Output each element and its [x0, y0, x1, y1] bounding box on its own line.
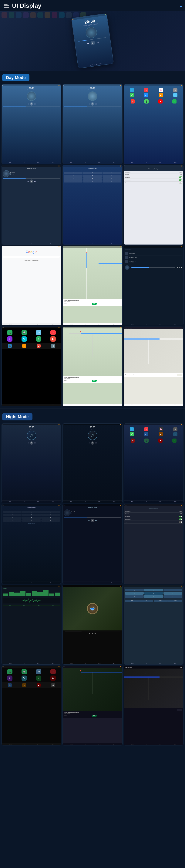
lm-nav-4[interactable]: AUTO — [174, 323, 176, 324]
nav-gps-2[interactable]: GPS — [98, 162, 100, 163]
video-progress[interactable] — [65, 631, 120, 632]
night-app-spotify[interactable]: ♫ — [168, 438, 181, 443]
night-waze-nav[interactable]: 18:55📶🔋 📍 Sunny Coffee Modern Restaurant… — [62, 666, 122, 745]
music-item-1[interactable]: 华乐_终结.mp3 — [125, 251, 182, 255]
night-dial-2[interactable]: 2 — [22, 511, 41, 513]
n-cp-nav-1[interactable]: EMAIL — [9, 744, 11, 745]
tbt-nav-auto[interactable]: AUTO — [174, 404, 176, 406]
tbt-nav-bt[interactable]: BT — [146, 404, 147, 406]
day-map-nav[interactable]: 18:55📶🔋 📍 Sunny Coffee Modern Restaurant… — [62, 246, 122, 326]
n-nav-2-auto[interactable]: AUTO — [113, 501, 115, 502]
nav-btn-zoom-in[interactable]: + — [163, 589, 182, 591]
app-carplay[interactable]: ▶ — [154, 93, 168, 97]
cp-waze[interactable]: W — [18, 336, 31, 342]
google-nav-gps[interactable]: GPS — [37, 323, 39, 324]
day-google-screen[interactable]: 1:54📶🔋 Google Google Search I'm Feeling … — [1, 246, 61, 326]
night-bt-settings[interactable]: 17:44📶🔋 Bluetooth_Settings Device name C… — [124, 504, 184, 584]
n-btns-nav-3[interactable]: GPS — [160, 663, 162, 664]
app-car[interactable]: 🚗 — [126, 99, 139, 103]
nav-gps[interactable]: GPS — [96, 64, 98, 65]
waze-nav-email[interactable]: EMAIL — [70, 404, 73, 406]
app-music[interactable]: ♪ — [139, 88, 153, 92]
night-dial-9[interactable]: 9 — [41, 517, 60, 519]
night-bt-play[interactable]: ⏸ — [91, 519, 94, 522]
app-phone[interactable]: 📱 — [140, 99, 153, 103]
google-search-btn[interactable]: Google Search — [24, 259, 31, 261]
app-photo[interactable]: 🌸 — [154, 88, 168, 92]
eq-preset-4[interactable]: FLAT — [46, 604, 60, 606]
nav-fn-3[interactable]: MENU — [154, 600, 168, 602]
n-tbt-nav-2[interactable]: BT — [146, 744, 147, 745]
day-music-screen-1[interactable]: 20📶🔋 20:08 A soothing piece of music ⏮ ⏸… — [1, 84, 61, 164]
playing-play[interactable]: ⏸ — [179, 267, 180, 268]
n-home-nav-bt[interactable]: BT — [146, 501, 147, 502]
n-nav-2-bt[interactable]: BT — [85, 501, 86, 502]
bt-play-icon[interactable]: ⏸ — [30, 180, 33, 183]
video-prev-btn[interactable]: ⏮ — [89, 633, 90, 634]
cp-nav-2[interactable]: BT — [24, 404, 25, 406]
n-nav-1-email[interactable]: EMAIL — [9, 501, 11, 502]
nav-btn-left[interactable]: ← — [125, 592, 144, 595]
home-nav-gps[interactable]: GPS — [160, 162, 162, 163]
day-bt-call[interactable]: 17:44📶🔋 Bluetooth_Call 1 2 3 4 5 6 7 8 9… — [62, 165, 122, 245]
night-carplay[interactable]: 18:51📶🔋 📞 💬 🗺 ♪ 🎙 W ♫ ▶ 📞 ♪ ▶ ⚙ — [1, 666, 61, 745]
bt-next-icon[interactable]: ⏭ — [34, 180, 36, 182]
n-call-nav-2[interactable]: ♪ — [31, 582, 32, 583]
nav-gps-1[interactable]: GPS — [37, 162, 39, 163]
dial-7[interactable]: 7 — [64, 178, 82, 180]
n-cp-spotify[interactable]: ♫ — [32, 676, 45, 681]
tbt-nav-gps[interactable]: GPS — [160, 404, 162, 406]
night-progress-1[interactable] — [3, 446, 60, 446]
map-nav-gps[interactable]: GPS — [98, 323, 100, 324]
play-icon-2[interactable]: ⏸ — [91, 102, 94, 105]
dial-0[interactable]: 0 — [83, 180, 102, 183]
auto-answer-toggle[interactable] — [179, 177, 182, 178]
n-bt-nav-2[interactable]: ♪ — [92, 582, 93, 583]
n-nav-1-gps[interactable]: GPS — [37, 501, 39, 502]
n-waze-nav-3[interactable]: GPS — [98, 744, 100, 745]
day-local-music[interactable]: 17:44📶🔋 SocialMusic 华乐_终结.mp3 华乐_终结_合.mp… — [124, 246, 184, 326]
eq-nav-2[interactable]: BT — [24, 663, 25, 664]
night-dial-star[interactable]: * — [3, 519, 22, 522]
lm-nav-2[interactable]: BT — [146, 323, 147, 324]
n-cp-dock-3[interactable]: ▶ — [36, 683, 41, 687]
app-yt[interactable]: ▶ — [154, 99, 167, 103]
google-nav-auto[interactable]: AUTO — [52, 323, 54, 324]
dial-star[interactable]: * — [64, 180, 82, 183]
lm-nav-1[interactable]: EMAIL — [131, 323, 133, 324]
night-dial-0[interactable]: 0 — [22, 519, 41, 522]
play-pause-button[interactable]: ⏸ — [90, 40, 95, 45]
night-video[interactable]: 1:54📶🔋 🥣 ⏮ ▶ ⏭ EMAIL — [62, 585, 122, 664]
n-cp-dock-4[interactable]: ⚙ — [51, 683, 55, 687]
n-call-nav-1[interactable]: 📞 — [12, 582, 13, 583]
play-icon-1[interactable]: ⏸ — [30, 102, 33, 105]
app-more[interactable]: … — [168, 93, 182, 97]
google-lucky-btn[interactable]: I'm Feeling Lucky — [31, 259, 39, 261]
next-button[interactable]: ⏭ — [96, 41, 99, 44]
night-next-2[interactable]: ⏭ — [95, 442, 97, 444]
n-cp-music[interactable]: ♪ — [47, 669, 60, 674]
n-cp-waze[interactable]: W — [18, 676, 31, 681]
night-power-toggle[interactable] — [179, 521, 182, 523]
app-spotify[interactable]: ♫ — [168, 99, 181, 103]
nav-btn-zoom-out[interactable]: - — [163, 595, 182, 598]
nav-bt[interactable]: BT — [94, 64, 95, 65]
video-nav-2[interactable]: BT — [85, 663, 86, 664]
nav-auto-2[interactable]: AUTO — [113, 162, 115, 163]
n-home-nav-auto[interactable]: AUTO — [174, 501, 176, 502]
music-item-2[interactable]: 华乐_终结_合.mp3 — [125, 255, 182, 260]
nav-btn-down[interactable]: ▼ — [125, 595, 144, 598]
auto-connect-toggle[interactable] — [179, 179, 182, 181]
call-nav-music[interactable]: ♪ — [92, 243, 93, 244]
n-waze-go-btn[interactable]: GO — [92, 715, 97, 717]
eq-preset-3[interactable]: JAZZ — [32, 604, 46, 606]
nav-btn-up[interactable]: ▲ — [125, 589, 144, 591]
n-nav-1-bt[interactable]: BT — [24, 501, 25, 502]
nav-bt-1[interactable]: BT — [24, 162, 25, 163]
night-dial-3[interactable]: 3 — [41, 511, 60, 513]
cp-podcasts[interactable]: 🎙 — [3, 336, 17, 342]
day-home-screen[interactable]: 📶🔋 ✈ ♪ 🌸 ⚙ W BT ▶ … 🚗 📱 ▶ ♫ — [124, 84, 184, 164]
music-item-3[interactable]: 华乐_终结_8.mp3 — [125, 260, 182, 264]
music-progress-1[interactable] — [3, 106, 60, 107]
nav-fn-1[interactable]: MAP — [125, 600, 139, 602]
